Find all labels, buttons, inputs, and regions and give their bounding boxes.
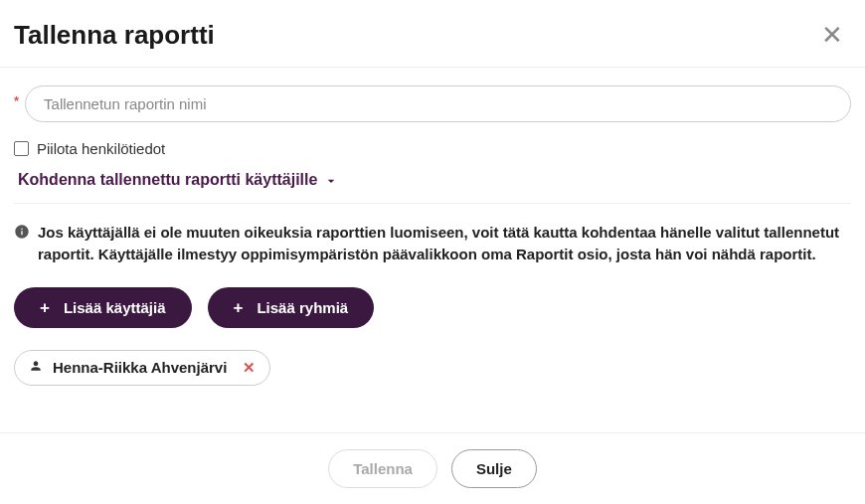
close-icon[interactable]: ✕: [813, 20, 851, 50]
required-marker: *: [14, 93, 19, 108]
user-chip-label: Henna-Riikka Ahvenjärvi: [53, 359, 227, 376]
report-name-input[interactable]: [25, 85, 851, 122]
info-text: Jos käyttäjällä ei ole muuten oikeuksia …: [38, 222, 851, 265]
modal-body: * Piilota henkilötiedot Kohdenna tallenn…: [0, 68, 865, 432]
add-groups-button[interactable]: + Lisää ryhmiä: [208, 287, 375, 328]
name-input-row: *: [14, 85, 851, 122]
add-users-button[interactable]: + Lisää käyttäjiä: [14, 287, 192, 328]
modal-header: Tallenna raportti ✕: [0, 0, 865, 68]
plus-icon: +: [234, 299, 244, 316]
target-users-toggle[interactable]: Kohdenna tallennettu raportti käyttäjill…: [14, 171, 851, 189]
info-row: Jos käyttäjällä ei ole muuten oikeuksia …: [14, 222, 851, 265]
remove-user-icon[interactable]: ✕: [243, 359, 256, 377]
divider: [14, 203, 851, 204]
hide-personal-checkbox[interactable]: [14, 141, 29, 156]
add-buttons-row: + Lisää käyttäjiä + Lisää ryhmiä: [14, 287, 851, 328]
save-report-modal: Tallenna raportti ✕ * Piilota henkilötie…: [0, 0, 865, 504]
person-icon: [29, 359, 43, 377]
plus-icon: +: [40, 299, 50, 316]
modal-footer: Tallenna Sulje: [0, 432, 865, 504]
save-button[interactable]: Tallenna: [328, 449, 437, 488]
close-button[interactable]: Sulje: [451, 449, 537, 488]
chevron-down-icon: [323, 171, 339, 189]
hide-personal-label: Piilota henkilötiedot: [37, 140, 165, 157]
add-groups-label: Lisää ryhmiä: [257, 299, 348, 316]
hide-personal-row: Piilota henkilötiedot: [14, 140, 851, 157]
target-users-label: Kohdenna tallennettu raportti käyttäjill…: [18, 171, 317, 189]
modal-title: Tallenna raportti: [14, 20, 215, 51]
user-chip: Henna-Riikka Ahvenjärvi ✕: [14, 350, 270, 386]
info-icon: [14, 224, 30, 240]
add-users-label: Lisää käyttäjiä: [64, 299, 166, 316]
